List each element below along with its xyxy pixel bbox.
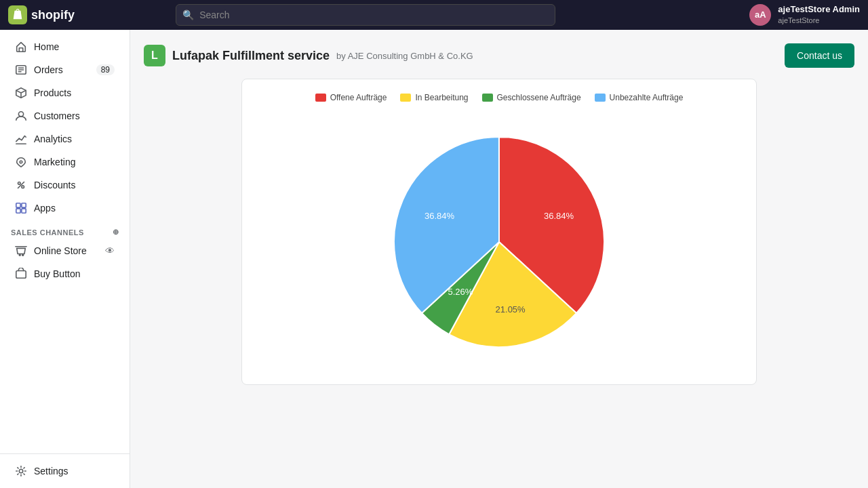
sidebar: Home Orders 89 Products Customers bbox=[0, 30, 130, 488]
sidebar-bottom: Settings bbox=[0, 453, 130, 483]
buy-button-icon bbox=[15, 268, 27, 280]
svg-rect-7 bbox=[16, 209, 20, 213]
sidebar-item-analytics-label: Analytics bbox=[34, 134, 72, 144]
sidebar-item-settings-label: Settings bbox=[34, 466, 68, 476]
sidebar-item-orders[interactable]: Orders 89 bbox=[4, 58, 125, 81]
svg-point-2 bbox=[20, 161, 22, 163]
sidebar-item-buy-button-label: Buy Button bbox=[34, 268, 81, 279]
legend-color-geschlossene bbox=[482, 94, 493, 102]
sidebar-item-settings[interactable]: Settings bbox=[4, 460, 125, 483]
online-store-icon bbox=[15, 245, 27, 257]
search-bar[interactable]: 🔍 bbox=[176, 4, 555, 26]
search-icon: 🔍 bbox=[182, 9, 194, 20]
admin-info: ajeTestStore Admin ajeTestStore bbox=[778, 3, 860, 26]
sidebar-item-buy-button[interactable]: Buy Button bbox=[4, 262, 125, 285]
customers-icon bbox=[15, 110, 27, 122]
legend-item-unbezahlte: Unbezahlte Aufträge bbox=[595, 93, 684, 102]
topnav-right: aA ajeTestStore Admin ajeTestStore bbox=[749, 3, 860, 26]
legend-label-unbezahlte: Unbezahlte Aufträge bbox=[610, 93, 684, 102]
svg-point-10 bbox=[22, 254, 24, 256]
sidebar-item-products-label: Products bbox=[34, 87, 71, 98]
contact-button[interactable]: Contact us bbox=[785, 43, 854, 68]
pie-chart-container: 36.84%21.05%5.26%36.84% bbox=[256, 113, 743, 371]
sidebar-item-online-store[interactable]: Online Store 👁 bbox=[4, 239, 125, 262]
legend-label-bearbeitung: In Bearbeitung bbox=[415, 93, 468, 102]
sidebar-item-discounts-label: Discounts bbox=[34, 180, 75, 190]
app-logo: L bbox=[144, 45, 165, 66]
sales-channels-label: SALES CHANNELS bbox=[11, 228, 84, 237]
sidebar-item-home[interactable]: Home bbox=[4, 35, 125, 58]
app-header: L Lufapak Fulfillment service by AJE Con… bbox=[144, 43, 854, 68]
svg-point-12 bbox=[19, 469, 22, 472]
legend-label-geschlossene: Geschlossene Aufträge bbox=[497, 93, 581, 102]
sidebar-item-orders-label: Orders bbox=[34, 64, 63, 75]
app-title-row: L Lufapak Fulfillment service by AJE Con… bbox=[144, 45, 473, 66]
sidebar-item-home-label: Home bbox=[34, 41, 59, 52]
shopify-logo[interactable]: shopify bbox=[8, 5, 75, 24]
chart-card: Offene Aufträge In Bearbeitung Geschloss… bbox=[241, 79, 757, 385]
svg-point-4 bbox=[22, 186, 24, 188]
settings-icon bbox=[15, 465, 27, 477]
sidebar-item-discounts[interactable]: Discounts bbox=[4, 174, 125, 197]
svg-point-1 bbox=[18, 112, 23, 117]
svg-rect-8 bbox=[22, 209, 26, 213]
top-navigation: shopify 🔍 aA ajeTestStore Admin ajeTestS… bbox=[0, 0, 868, 30]
legend-color-unbezahlte bbox=[595, 94, 606, 102]
legend-label-offene: Offene Aufträge bbox=[330, 93, 387, 102]
sidebar-item-apps-label: Apps bbox=[34, 203, 56, 214]
admin-name: ajeTestStore Admin bbox=[778, 3, 860, 16]
home-icon bbox=[15, 41, 27, 53]
sidebar-item-online-store-label: Online Store bbox=[34, 245, 87, 256]
svg-rect-6 bbox=[22, 203, 26, 207]
pie-label-0: 36.84% bbox=[544, 211, 574, 221]
add-channel-icon[interactable]: ⊕ bbox=[113, 228, 119, 237]
legend-item-bearbeitung: In Bearbeitung bbox=[400, 93, 468, 102]
legend-color-bearbeitung bbox=[400, 94, 411, 102]
main-content: L Lufapak Fulfillment service by AJE Con… bbox=[130, 30, 868, 488]
admin-store: ajeTestStore bbox=[778, 16, 860, 26]
sidebar-item-marketing-label: Marketing bbox=[34, 157, 75, 167]
orders-badge: 89 bbox=[96, 64, 115, 75]
orders-icon bbox=[15, 64, 27, 76]
svg-rect-5 bbox=[16, 203, 20, 207]
pie-label-2: 5.26% bbox=[448, 287, 473, 297]
pie-label-1: 21.05% bbox=[496, 304, 526, 314]
avatar[interactable]: aA bbox=[749, 4, 771, 26]
main-layout: Home Orders 89 Products Customers bbox=[0, 30, 868, 488]
sidebar-item-apps[interactable]: Apps bbox=[4, 197, 125, 220]
legend-color-offene bbox=[315, 94, 326, 102]
svg-point-9 bbox=[19, 254, 20, 256]
products-icon bbox=[15, 87, 27, 99]
app-title: Lufapak Fulfillment service bbox=[172, 49, 330, 63]
legend-item-geschlossene: Geschlossene Aufträge bbox=[482, 93, 581, 102]
discounts-icon bbox=[15, 179, 27, 191]
app-by: by AJE Consulting GmbH & Co.KG bbox=[336, 51, 473, 61]
search-input[interactable] bbox=[176, 4, 555, 26]
marketing-icon bbox=[15, 156, 27, 168]
sales-channels-section: SALES CHANNELS ⊕ bbox=[0, 220, 130, 239]
pie-chart: 36.84%21.05%5.26%36.84% bbox=[377, 120, 621, 364]
svg-rect-11 bbox=[16, 271, 26, 279]
chart-legend: Offene Aufträge In Bearbeitung Geschloss… bbox=[256, 93, 743, 102]
shopify-wordmark: shopify bbox=[31, 8, 75, 22]
pie-label-3: 36.84% bbox=[425, 211, 455, 221]
svg-point-3 bbox=[18, 182, 21, 185]
sidebar-item-products[interactable]: Products bbox=[4, 81, 125, 104]
apps-icon bbox=[15, 202, 27, 214]
online-store-eye-icon[interactable]: 👁 bbox=[105, 245, 115, 256]
sidebar-item-marketing[interactable]: Marketing bbox=[4, 150, 125, 174]
sidebar-item-analytics[interactable]: Analytics bbox=[4, 127, 125, 150]
legend-item-offene: Offene Aufträge bbox=[315, 93, 387, 102]
analytics-icon bbox=[15, 133, 27, 145]
sidebar-item-customers[interactable]: Customers bbox=[4, 104, 125, 127]
sidebar-item-customers-label: Customers bbox=[34, 110, 80, 121]
shopify-bag-icon bbox=[8, 5, 27, 24]
